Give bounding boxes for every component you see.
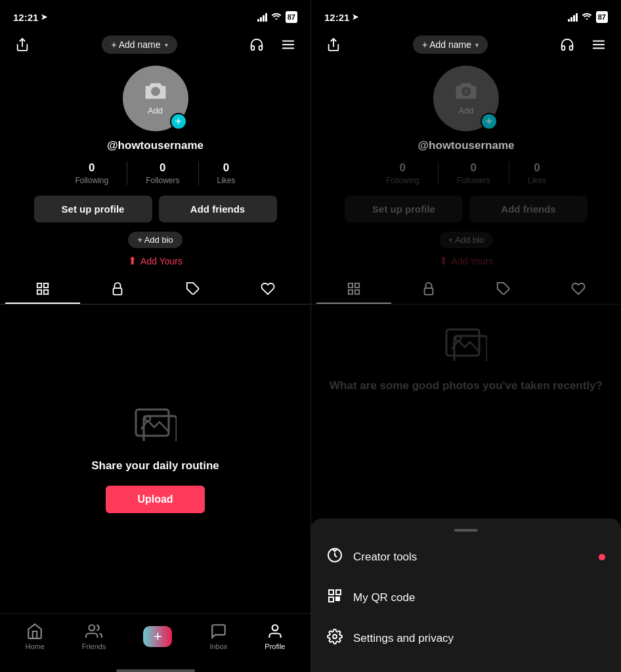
nav-right-right xyxy=(555,33,610,56)
share-icon-left[interactable] xyxy=(11,33,34,56)
creator-tools-label: Creator tools xyxy=(353,551,417,564)
share-icon-right[interactable] xyxy=(322,33,345,56)
top-nav-right: + Add name ▾ xyxy=(311,29,621,60)
menu-icon-left[interactable] xyxy=(276,33,300,56)
following-stat-left[interactable]: 0 Following xyxy=(56,161,127,185)
camera-icon-left xyxy=(144,81,167,104)
menu-handle xyxy=(454,529,478,532)
tab-tag-right xyxy=(466,275,541,304)
tab-grid-left[interactable] xyxy=(5,275,80,304)
following-label-left: Following xyxy=(75,176,108,185)
svg-rect-28 xyxy=(454,336,487,361)
action-buttons-left: Set up profile Add friends xyxy=(0,196,310,222)
nav-plus-left[interactable]: + xyxy=(143,626,172,647)
avatar-add-text-right: Add xyxy=(458,106,473,116)
home-indicator-left xyxy=(116,669,195,672)
status-icons-left: 87 xyxy=(257,11,297,23)
svg-rect-7 xyxy=(37,290,41,294)
svg-point-15 xyxy=(272,625,278,631)
nav-friends-left[interactable]: Friends xyxy=(82,623,106,650)
svg-point-34 xyxy=(333,635,337,639)
creator-tools-left: Creator tools xyxy=(327,547,417,567)
add-photo-plus-left[interactable]: + xyxy=(170,113,187,130)
location-arrow-left: ➤ xyxy=(41,12,47,22)
avatar-wrap-left[interactable]: Add + xyxy=(123,66,188,131)
chevron-icon-right: ▾ xyxy=(475,41,479,49)
headphone-icon-right[interactable] xyxy=(555,33,579,56)
followers-label-right: Followers xyxy=(457,176,490,185)
content-tabs-right xyxy=(311,275,621,304)
tab-tag-left[interactable] xyxy=(156,275,230,304)
svg-point-4 xyxy=(152,89,158,94)
svg-rect-27 xyxy=(446,329,479,356)
content-placeholder-icon-right xyxy=(445,324,487,369)
svg-point-29 xyxy=(456,336,461,341)
add-friends-button-left[interactable]: Add friends xyxy=(159,196,277,222)
nav-inbox-label-left: Inbox xyxy=(209,642,227,650)
following-label-right: Following xyxy=(386,176,419,185)
settings-privacy-label: Settings and privacy xyxy=(353,632,454,645)
add-bio-button-left[interactable]: + Add bio xyxy=(128,232,182,248)
tab-lock-right xyxy=(391,275,466,304)
settings-icon xyxy=(327,629,343,648)
content-title-right: What are some good photos you've taken r… xyxy=(330,379,603,392)
stats-row-right: 0 Following 0 Followers 0 Likes xyxy=(311,161,621,185)
time-text-right: 12:21 xyxy=(324,12,349,23)
tab-heart-right xyxy=(541,275,616,304)
following-stat-right: 0 Following xyxy=(368,161,439,185)
avatar-add-text-left: Add xyxy=(148,106,163,116)
setup-profile-button-left[interactable]: Set up profile xyxy=(34,196,152,222)
svg-rect-5 xyxy=(37,284,41,287)
following-count-left: 0 xyxy=(89,161,95,175)
likes-count-right: 0 xyxy=(534,161,540,175)
create-button-left[interactable]: + xyxy=(143,626,172,647)
action-buttons-right: Set up profile Add friends xyxy=(311,196,621,222)
nav-friends-label-left: Friends xyxy=(82,642,106,650)
add-yours-text-left: Add Yours xyxy=(140,256,182,266)
nav-home-left[interactable]: Home xyxy=(25,623,44,650)
qr-code-menu-item[interactable]: My QR code xyxy=(311,578,621,618)
username-left: @howtousername xyxy=(107,139,203,152)
creator-tools-menu-item[interactable]: Creator tools xyxy=(311,537,621,578)
add-yours-left[interactable]: ⬆ Add Yours xyxy=(128,255,182,267)
creator-tools-dot xyxy=(599,554,605,560)
qr-code-label: My QR code xyxy=(353,591,415,604)
menu-overlay[interactable]: Creator tools My QR code xyxy=(311,518,621,672)
headphone-icon-left[interactable] xyxy=(245,33,268,56)
svg-rect-31 xyxy=(329,590,333,595)
settings-privacy-menu-item[interactable]: Settings and privacy xyxy=(311,618,621,659)
nav-profile-label-left: Profile xyxy=(265,642,285,650)
qr-code-left: My QR code xyxy=(327,588,415,608)
right-phone-panel: 12:21 ➤ 87 xyxy=(310,0,621,672)
svg-point-20 xyxy=(463,89,469,94)
add-name-label-right: + Add name xyxy=(422,39,471,50)
left-phone-panel: 12:21 ➤ 87 xyxy=(0,0,310,672)
likes-stat-right: 0 Likes xyxy=(509,161,565,185)
upload-button-left[interactable]: Upload xyxy=(106,486,204,513)
likes-stat-left[interactable]: 0 Likes xyxy=(199,161,254,185)
followers-stat-left[interactable]: 0 Followers xyxy=(127,161,198,185)
tab-lock-left[interactable] xyxy=(80,275,155,304)
tab-heart-left[interactable] xyxy=(230,275,305,304)
svg-point-14 xyxy=(89,625,95,631)
likes-count-left: 0 xyxy=(223,161,229,175)
location-arrow-right: ➤ xyxy=(352,12,358,22)
nav-inbox-left[interactable]: Inbox xyxy=(209,623,227,650)
battery-icon-left: 87 xyxy=(286,11,297,23)
svg-rect-33 xyxy=(329,597,333,602)
content-area-left: Share your daily routine Upload xyxy=(0,304,310,613)
add-name-button-left[interactable]: + Add name ▾ xyxy=(102,35,177,54)
nav-home-label-left: Home xyxy=(25,642,44,650)
profile-section-left: Add + @howtousername 0 Following 0 Follo… xyxy=(0,60,310,275)
menu-icon-right[interactable] xyxy=(587,33,610,56)
followers-label-left: Followers xyxy=(146,176,179,185)
add-yours-right: ⬆ Add Yours xyxy=(439,255,494,267)
followers-count-left: 0 xyxy=(160,161,165,175)
svg-rect-8 xyxy=(44,290,48,294)
nav-profile-left[interactable]: Profile xyxy=(265,623,285,650)
add-name-button-right[interactable]: + Add name ▾ xyxy=(413,35,488,54)
status-bar-left: 12:21 ➤ 87 xyxy=(0,0,310,29)
add-yours-icon-left: ⬆ xyxy=(128,255,137,267)
avatar-wrap-right: Add + xyxy=(433,66,499,131)
camera-icon-right xyxy=(455,81,477,104)
